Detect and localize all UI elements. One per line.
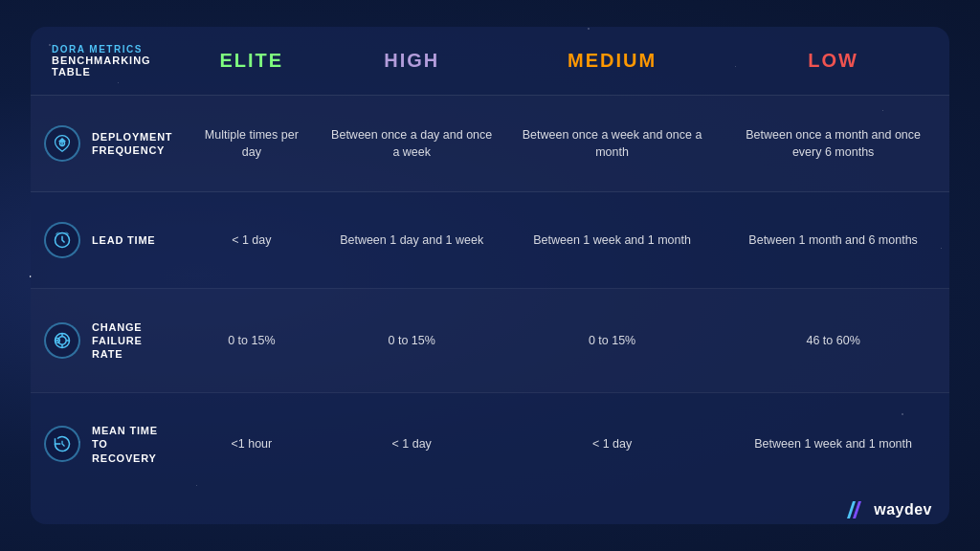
clock-icon <box>44 222 80 258</box>
metric-label-deployment-frequency: DEPLOYMENTFREQUENCY <box>92 130 172 158</box>
elite-value-change-failure-rate: 0 to 15% <box>187 289 316 393</box>
medium-value-lead-time: Between 1 week and 1 month <box>507 192 717 289</box>
medium-header: MEDIUM <box>507 27 717 96</box>
metric-cell-mean-time-recovery: MEAN TIME TORECOVERY <box>31 392 187 496</box>
metric-cell-deployment-frequency: DEPLOYMENTFREQUENCY <box>31 96 187 192</box>
low-value-deployment-frequency: Between once a month and once every 6 mo… <box>717 96 949 192</box>
benchmarking-label: BENCHMARKING TABLE <box>52 55 173 77</box>
metric-label-change-failure-rate: CHANGEFAILURE RATE <box>92 320 173 362</box>
table-row: CHANGEFAILURE RATE0 to 15%0 to 15%0 to 1… <box>31 289 949 393</box>
logo-container: waydev <box>48 501 932 518</box>
metric-label-lead-time: LEAD TIME <box>92 233 155 247</box>
medium-value-change-failure-rate: 0 to 15% <box>507 289 717 393</box>
low-value-lead-time: Between 1 month and 6 months <box>717 192 949 289</box>
logo-row: waydev <box>31 496 949 524</box>
elite-value-deployment-frequency: Multiple times per day <box>187 96 316 192</box>
high-value-lead-time: Between 1 day and 1 week <box>316 192 506 289</box>
dora-metrics-label: DORA METRICS <box>52 44 173 55</box>
elite-value-mean-time-recovery: <1 hour <box>187 392 316 496</box>
elite-value-lead-time: < 1 day <box>187 192 316 289</box>
metric-label-mean-time-recovery: MEAN TIME TORECOVERY <box>92 424 173 465</box>
waydev-logo-icon <box>847 501 868 518</box>
recovery-icon <box>44 426 80 462</box>
metric-header: DORA METRICS BENCHMARKING TABLE <box>31 27 187 96</box>
high-value-deployment-frequency: Between once a day and once a week <box>316 96 506 192</box>
waydev-logo-text: waydev <box>874 501 932 518</box>
low-value-change-failure-rate: 46 to 60% <box>717 289 949 393</box>
high-value-change-failure-rate: 0 to 15% <box>316 289 506 393</box>
main-container: DORA METRICS BENCHMARKING TABLE ELITE HI… <box>31 27 949 524</box>
table-row: DEPLOYMENTFREQUENCYMultiple times per da… <box>31 96 949 192</box>
benchmarking-table: DORA METRICS BENCHMARKING TABLE ELITE HI… <box>31 27 949 524</box>
low-header: LOW <box>717 27 949 96</box>
deployment-icon <box>44 125 80 162</box>
high-header: HIGH <box>316 27 506 96</box>
table-header: DORA METRICS BENCHMARKING TABLE ELITE HI… <box>31 27 949 96</box>
low-value-mean-time-recovery: Between 1 week and 1 month <box>717 392 949 496</box>
table-row: MEAN TIME TORECOVERY<1 hour< 1 day< 1 da… <box>31 392 949 496</box>
medium-value-mean-time-recovery: < 1 day <box>507 392 717 496</box>
medium-value-deployment-frequency: Between once a week and once a month <box>507 96 717 192</box>
metric-cell-change-failure-rate: CHANGEFAILURE RATE <box>31 289 187 393</box>
logo-cell: waydev <box>31 496 949 524</box>
high-value-mean-time-recovery: < 1 day <box>316 392 506 496</box>
table-row: LEAD TIME< 1 dayBetween 1 day and 1 week… <box>31 192 949 289</box>
elite-header: ELITE <box>187 27 316 96</box>
target-icon <box>44 322 80 359</box>
metric-cell-lead-time: LEAD TIME <box>31 192 187 289</box>
